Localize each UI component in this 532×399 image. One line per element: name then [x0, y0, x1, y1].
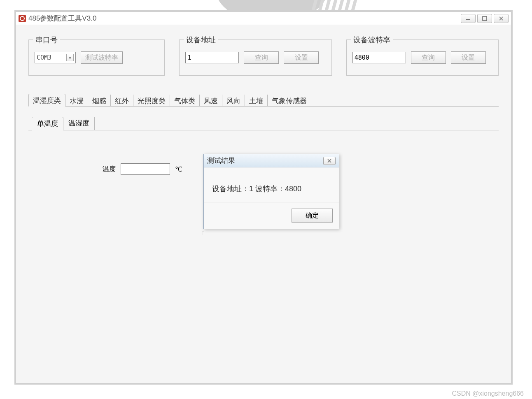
dialog-close-button[interactable]	[323, 157, 336, 165]
svg-rect-0	[466, 19, 470, 20]
temp-unit: ℃	[175, 165, 182, 173]
maximize-button[interactable]	[477, 14, 492, 23]
tab-gas[interactable]: 气体类	[170, 95, 200, 107]
tab-weather[interactable]: 气象传感器	[268, 95, 311, 107]
main-tabs: 温湿度类 水浸 烟感 红外 光照度类 气体类 风速 风向 土壤 气象传感器	[28, 94, 499, 107]
subtab-single-temp[interactable]: 单温度	[32, 117, 63, 130]
minimize-button[interactable]	[461, 14, 476, 23]
fieldset-address: 设备地址 查询 设置	[179, 39, 331, 76]
decoration-stripes	[313, 0, 356, 10]
address-legend: 设备地址	[184, 35, 218, 45]
watermark: CSDN @xiongsheng666	[452, 390, 524, 397]
chevron-down-icon: ▼	[66, 54, 74, 61]
tab-soil[interactable]: 土壤	[245, 95, 268, 107]
address-set-button[interactable]: 设置	[284, 51, 319, 64]
serial-combo[interactable]: COM3 ▼	[35, 52, 76, 63]
tab-light[interactable]: 光照度类	[133, 95, 170, 107]
close-button[interactable]	[494, 14, 509, 23]
tab-windspeed[interactable]: 风速	[200, 95, 222, 107]
tab-smoke[interactable]: 烟感	[88, 95, 111, 107]
dialog-message: 设备地址：1 波特率：4800	[204, 167, 339, 202]
app-icon	[19, 15, 26, 22]
baud-query-button[interactable]: 查询	[411, 51, 446, 64]
svg-rect-1	[483, 16, 487, 21]
address-input[interactable]	[185, 52, 239, 63]
tab-winddir[interactable]: 风向	[222, 95, 245, 107]
subtab-temp-humidity[interactable]: 温湿度	[63, 117, 95, 130]
temp-label: 温度	[103, 165, 116, 174]
dialog-ok-button[interactable]: 确定	[292, 209, 333, 223]
serial-combo-value: COM3	[37, 54, 51, 61]
test-baud-button[interactable]: 测试波特率	[81, 51, 123, 64]
baud-set-button[interactable]: 设置	[451, 51, 486, 64]
fieldset-baud: 设备波特率 查询 设置	[346, 39, 499, 76]
baud-legend: 设备波特率	[351, 35, 393, 45]
bracket-mark: 「	[198, 231, 205, 239]
tab-water[interactable]: 水浸	[65, 95, 88, 107]
tab-infrared[interactable]: 红外	[111, 95, 133, 107]
result-dialog: 测试结果 设备地址：1 波特率：4800 确定	[203, 154, 339, 229]
dialog-title-text: 测试结果	[207, 156, 235, 165]
window-title: 485参数配置工具V3.0	[28, 14, 96, 23]
serial-legend: 串口号	[33, 35, 60, 45]
tab-temp-humidity[interactable]: 温湿度类	[28, 94, 65, 107]
titlebar: 485参数配置工具V3.0	[16, 12, 511, 25]
main-window: 485参数配置工具V3.0 串口号 COM3 ▼	[14, 10, 513, 385]
sub-tabs: 单温度 温湿度	[32, 117, 499, 130]
temp-input[interactable]	[121, 163, 170, 175]
address-query-button[interactable]: 查询	[244, 51, 279, 64]
fieldset-serial: 串口号 COM3 ▼ 测试波特率	[28, 39, 165, 76]
dialog-titlebar: 测试结果	[204, 154, 339, 167]
baud-input[interactable]	[352, 52, 406, 63]
